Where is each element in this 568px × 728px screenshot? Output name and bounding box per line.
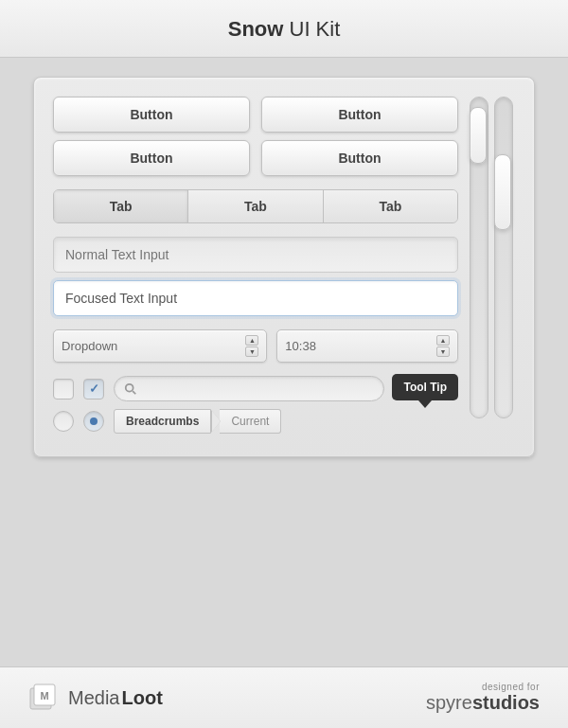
tab-1[interactable]: Tab	[54, 190, 188, 222]
controls-row: Dropdown ▲ ▼ 10:38 ▲ ▼	[53, 329, 458, 363]
radio-dot-icon	[90, 417, 98, 425]
button-1[interactable]: Button	[53, 97, 250, 133]
bottom-controls: ✓ Tool Tip	[53, 376, 458, 434]
focused-text-input[interactable]	[53, 280, 458, 316]
footer: M MediaLoot designed for spyrestudios	[0, 666, 568, 728]
radio-selected[interactable]	[83, 411, 104, 432]
search-tooltip-area: Tool Tip	[114, 376, 458, 401]
header: Snow UI Kit	[0, 0, 568, 58]
slider-track-1[interactable]	[470, 97, 488, 418]
buttons-row-2: Button Button	[53, 140, 458, 176]
dropdown-label: Dropdown	[62, 330, 245, 362]
button-4[interactable]: Button	[261, 140, 458, 176]
checkbox-unchecked[interactable]	[53, 379, 74, 400]
dropdown-arrows: ▲ ▼	[245, 335, 258, 357]
buttons-row-1: Button Button	[53, 97, 458, 133]
tooltip-box: Tool Tip	[392, 374, 458, 400]
designed-for-label: designed for	[482, 682, 540, 692]
time-arrows: ▲ ▼	[436, 335, 450, 357]
slider-section	[470, 97, 515, 434]
search-input[interactable]	[142, 382, 374, 396]
breadcrumb: Breadcrumbs Current	[114, 409, 458, 434]
svg-line-1	[133, 391, 135, 394]
loot-text: Loot	[121, 687, 162, 709]
medialoot-logo-icon: M	[28, 681, 62, 715]
search-bar[interactable]	[114, 376, 384, 401]
normal-text-input[interactable]	[53, 237, 458, 273]
tooltip-container: Tool Tip	[392, 374, 458, 400]
slider-thumb-2[interactable]	[494, 154, 511, 230]
breadcrumb-label[interactable]: Breadcrumbs	[114, 409, 211, 434]
breadcrumb-separator-icon	[211, 410, 221, 433]
dropdown-down-arrow[interactable]: ▼	[245, 346, 258, 357]
tooltip-arrow-icon	[418, 400, 432, 408]
dropdown[interactable]: Dropdown ▲ ▼	[53, 329, 267, 363]
search-icon	[124, 382, 137, 396]
bottom-row-1: ✓ Tool Tip	[53, 376, 458, 401]
time-value: 10:38	[285, 330, 436, 362]
buttons-section: Button Button Button Button	[53, 97, 458, 176]
time-up-arrow[interactable]: ▲	[436, 335, 450, 346]
main-panel: Button Button Button Button Tab Tab Tab	[33, 77, 535, 457]
bottom-row-2: Breadcrumbs Current	[53, 409, 458, 434]
svg-text:M: M	[40, 690, 48, 701]
checkbox-checked[interactable]: ✓	[83, 379, 104, 400]
time-down-arrow[interactable]: ▼	[436, 346, 450, 357]
tab-2[interactable]: Tab	[188, 190, 323, 222]
left-section: Button Button Button Button Tab Tab Tab	[53, 97, 458, 434]
slider-thumb-1[interactable]	[470, 107, 487, 164]
checkmark-icon: ✓	[89, 382, 99, 395]
dropdown-up-arrow[interactable]: ▲	[245, 335, 258, 346]
tabs-section: Tab Tab Tab	[53, 189, 458, 223]
radio-unselected[interactable]	[53, 411, 74, 432]
medialoot-logo: M MediaLoot	[28, 681, 163, 715]
slider-track-2[interactable]	[494, 97, 513, 418]
spyrestudios-label: spyrestudios	[426, 692, 540, 714]
media-text: Media	[68, 687, 119, 709]
button-3[interactable]: Button	[53, 140, 250, 176]
inputs-section	[53, 237, 458, 316]
time-picker[interactable]: 10:38 ▲ ▼	[276, 329, 458, 363]
page-title: Snow UI Kit	[0, 17, 568, 42]
spyre-text: spyre	[426, 692, 472, 713]
svg-point-0	[126, 383, 133, 391]
breadcrumb-current: Current	[220, 409, 281, 434]
button-2[interactable]: Button	[261, 97, 458, 133]
studios-text: studios	[472, 692, 540, 713]
tab-3[interactable]: Tab	[324, 190, 457, 222]
footer-right: designed for spyrestudios	[284, 682, 540, 714]
footer-left: M MediaLoot	[28, 681, 284, 715]
